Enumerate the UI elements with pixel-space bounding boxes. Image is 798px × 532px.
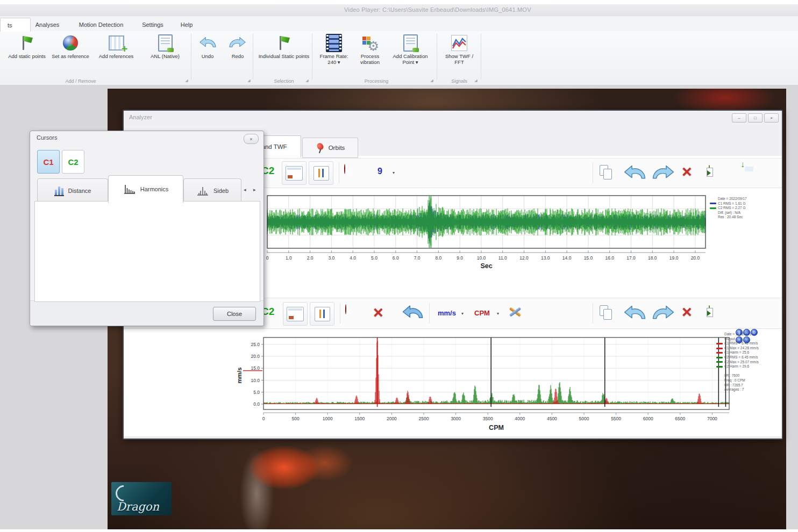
set-as-reference-button[interactable]: Set as reference: [52, 33, 89, 76]
fft-undo-button[interactable]: [623, 305, 646, 321]
legend-row: C2 RMS = 2.27 G: [710, 206, 780, 211]
group-dialog-launcher-icon[interactable]: ◢: [246, 78, 252, 83]
legend-row: C2 Harm = 29.6: [716, 364, 781, 369]
svg-text:9.0: 9.0: [457, 255, 463, 261]
fft-delete-button[interactable]: ×: [682, 304, 692, 320]
group-dialog-launcher-icon[interactable]: ◢: [473, 78, 479, 83]
group-dialog-launcher-icon[interactable]: ◢: [184, 78, 189, 83]
svg-text:6.0: 6.0: [393, 255, 399, 261]
maximize-button[interactable]: □: [748, 113, 763, 123]
zoom-control-button[interactable]: ⊙: [751, 329, 758, 336]
svg-text:2000: 2000: [387, 416, 397, 421]
undo-button[interactable]: Undo: [194, 33, 222, 76]
close-button[interactable]: ×: [764, 113, 779, 123]
undo-arrow-icon: [623, 165, 646, 181]
zoom-control-button[interactable]: +: [736, 336, 743, 343]
cursor-c1-button[interactable]: C1: [37, 150, 60, 174]
dialog-close-icon[interactable]: ×: [244, 134, 259, 144]
process-vibration-button[interactable]: Process vibration: [354, 33, 386, 76]
ribbon-tab-analyses[interactable]: Analyses: [28, 18, 67, 31]
ribbon-tab-row: ts Analyses Motion Detection Settings He…: [0, 16, 798, 31]
film-strip-icon: [326, 34, 342, 52]
twf-redo-button[interactable]: [652, 165, 675, 181]
svg-text:18.0: 18.0: [648, 255, 657, 261]
twf-fft-chart-icon: [451, 35, 467, 51]
add-references-button[interactable]: Add references: [91, 33, 141, 76]
svg-text:0.0: 0.0: [253, 401, 260, 407]
flag-icon: [277, 35, 290, 51]
redo-button[interactable]: Redo: [224, 33, 252, 76]
twf-delete-button[interactable]: ×: [682, 164, 692, 179]
svg-text:15.0: 15.0: [584, 255, 593, 261]
tab-harmonics[interactable]: Harmonics: [108, 175, 183, 203]
legend-row: C2 Max = 25.07 mm/s: [716, 360, 781, 365]
cursors-dialog: Cursors × C1 C2 Distance Harmonics Sideb…: [30, 131, 264, 326]
svg-text:16.0: 16.0: [605, 255, 614, 261]
fft-frequency-unit-dropdown[interactable]: CPM: [474, 309, 490, 317]
ribbon-tab-points[interactable]: ts: [0, 18, 31, 32]
ribbon-tab-motion-detection[interactable]: Motion Detection: [69, 18, 133, 31]
red-x-icon: ×: [682, 162, 692, 181]
window-title: Video Player: C:\Users\Suavite Erbeaud\D…: [344, 6, 531, 13]
fft-redo-button[interactable]: [652, 305, 675, 321]
twf-plot[interactable]: 01.02.03.04.05.06.07.08.09.010.011.012.0…: [262, 195, 708, 271]
svg-text:14.0: 14.0: [562, 255, 572, 261]
cursor-c2-button[interactable]: C2: [62, 150, 84, 174]
anl-native-button[interactable]: ANL (Native): [142, 33, 188, 76]
tab-scroll-left-icon[interactable]: ◂: [244, 187, 246, 192]
fft-export-button[interactable]: [709, 306, 710, 315]
fft-plot[interactable]: 0.05.010.015.020.025.0mm/s05001000150020…: [234, 335, 733, 435]
svg-text:1500: 1500: [354, 416, 365, 421]
tab-scroll-right-icon[interactable]: ▸: [253, 187, 256, 192]
twf-export-button[interactable]: [709, 166, 710, 175]
svg-text:11.0: 11.0: [498, 255, 507, 261]
zoom-control-button[interactable]: ∥: [736, 329, 743, 336]
frame-rate-dropdown[interactable]: Frame Rate: 240 ▾: [316, 33, 352, 76]
redo-arrow-icon: [652, 165, 675, 181]
individual-static-points-button[interactable]: Individual Static points: [258, 33, 310, 76]
fft-cursor-settings-button[interactable]: [283, 302, 308, 326]
harmonics-panel: [34, 201, 260, 302]
legend-row: Freq : 0 CPM: [716, 378, 781, 383]
group-label-add-remove: Add / Remove: [32, 78, 129, 84]
sidebands-icon: [196, 185, 209, 197]
svg-text:5500: 5500: [611, 416, 621, 421]
twf-cursor-lines-button[interactable]: [309, 161, 333, 185]
svg-text:3500: 3500: [483, 416, 493, 421]
add-static-points-button[interactable]: Add static points: [4, 33, 49, 76]
tab-orbits[interactable]: Orbits: [302, 138, 358, 158]
fft-delete-cursor-button[interactable]: ×: [373, 305, 383, 320]
legend-row: Diff. (sel) : N/A: [710, 211, 780, 215]
twf-averages-dropdown[interactable]: 9: [377, 167, 382, 176]
fft-back-button[interactable]: [401, 305, 424, 320]
fft-amplitude-unit-dropdown[interactable]: mm/s: [438, 309, 456, 317]
svg-text:2.0: 2.0: [307, 255, 314, 261]
fft-cursor-lines-button[interactable]: [310, 302, 334, 326]
svg-text:4000: 4000: [515, 416, 525, 421]
fft-zoom-controls: ∥↔⊙+−: [736, 329, 761, 343]
ribbon-tab-settings[interactable]: Settings: [134, 18, 171, 31]
add-calibration-point-dropdown[interactable]: Add Calibration Point ▾: [387, 33, 433, 76]
tab-distance[interactable]: Distance: [37, 178, 108, 203]
svg-text:25.0: 25.0: [251, 342, 260, 347]
svg-text:7.0: 7.0: [414, 255, 421, 261]
ribbon-tab-help[interactable]: Help: [173, 18, 200, 31]
zoom-control-button[interactable]: ↔: [743, 329, 750, 336]
group-dialog-launcher-icon[interactable]: ◢: [304, 78, 310, 83]
fft-remove-cursor-button[interactable]: [345, 305, 346, 314]
show-twf-fft-button[interactable]: Show TWF / FFT: [440, 33, 479, 76]
twf-remove-cursor-button[interactable]: [344, 164, 345, 174]
svg-text:20.0: 20.0: [691, 255, 700, 261]
twf-undo-button[interactable]: [623, 165, 646, 181]
close-dialog-button[interactable]: Close: [213, 307, 256, 321]
zoom-control-button[interactable]: −: [743, 336, 750, 343]
legend-row: C1 Harm = 25.6: [716, 350, 781, 355]
twf-cursor-settings-button[interactable]: [282, 161, 307, 185]
document-icon: [403, 34, 418, 52]
group-dialog-launcher-icon[interactable]: ◢: [429, 78, 434, 83]
tab-sidebands[interactable]: Sideb: [183, 178, 241, 203]
window-titlebar: Video Player: C:\Users\Suavite Erbeaud\D…: [0, 4, 798, 16]
minimize-button[interactable]: –: [732, 113, 746, 123]
svg-text:6500: 6500: [675, 416, 685, 421]
legend-row: C1 Max = 24.28 mm/s: [716, 346, 781, 351]
